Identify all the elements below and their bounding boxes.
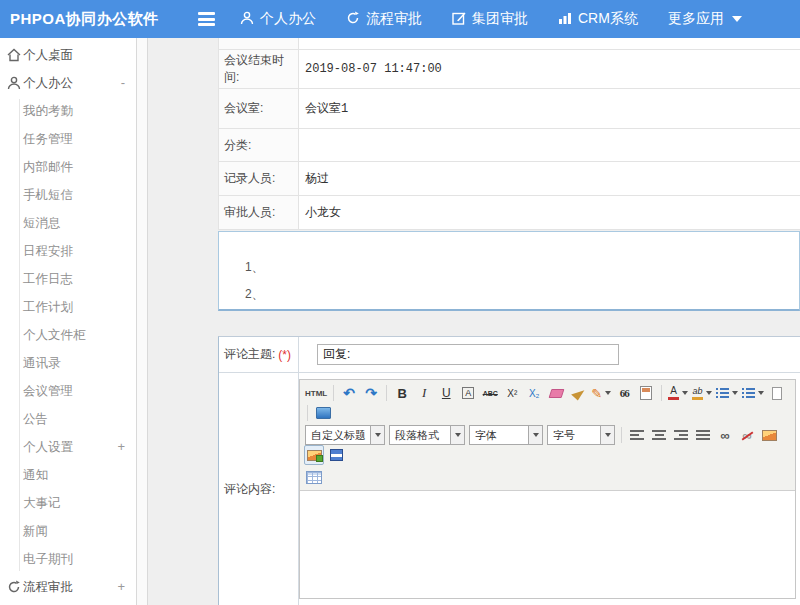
comment-subject-input[interactable] [317, 344, 619, 365]
remove-format-icon[interactable] [546, 383, 566, 403]
expand-icon[interactable]: + [117, 573, 125, 601]
nav-workflow-approval[interactable]: 流程审批 [346, 10, 422, 28]
redo-icon[interactable] [361, 383, 381, 403]
sidebar-item-meeting-management[interactable]: 会议管理 [0, 377, 136, 405]
sidebar-item-label: 个人桌面 [23, 47, 73, 64]
sidebar-item-label: 我的考勤 [23, 103, 73, 120]
sidebar-item-personal-office[interactable]: 个人办公 - [0, 69, 136, 97]
dropdown-arrow-icon [600, 426, 614, 444]
sidebar-item-personal-settings[interactable]: 个人设置 + [0, 433, 136, 461]
sidebar-item-schedule[interactable]: 日程安排 [0, 237, 136, 265]
align-justify-icon[interactable] [693, 425, 713, 445]
sidebar-item-task-management[interactable]: 任务管理 [0, 125, 136, 153]
sidebar-item-label: 个人办公 [23, 75, 73, 92]
sidebar-item-my-attendance[interactable]: 我的考勤 [0, 97, 136, 125]
strikethrough-icon[interactable] [480, 383, 500, 403]
sidebar-scrollbar[interactable] [136, 38, 148, 605]
bold-icon[interactable] [392, 383, 412, 403]
field-label: 分类: [219, 129, 299, 161]
media-icon[interactable] [326, 445, 346, 465]
table-icon[interactable] [304, 467, 324, 487]
format-brush-dropdown[interactable] [590, 383, 612, 403]
font-background-icon[interactable] [458, 383, 478, 403]
underline-icon[interactable] [436, 383, 456, 403]
table-row-meeting-room: 会议室: 会议室1 [219, 89, 800, 129]
hamburger-menu-icon[interactable] [198, 12, 215, 26]
field-value: 2019-08-07 11:47:00 [299, 50, 800, 88]
sidebar-item-personal-files[interactable]: 个人文件柜 [0, 321, 136, 349]
font-family-select[interactable]: 字体 [469, 425, 543, 445]
sidebar-item-work-log[interactable]: 工作日志 [0, 265, 136, 293]
comment-content-label: 评论内容: [224, 481, 275, 498]
sidebar-item-notification[interactable]: 通知 [0, 461, 136, 489]
nav-more-apps[interactable]: 更多应用 [668, 10, 742, 28]
sidebar-item-label: 电子期刊 [23, 551, 73, 568]
undo-icon[interactable] [339, 383, 359, 403]
quick-format-icon[interactable] [568, 383, 588, 403]
dropdown-arrow-icon [682, 391, 688, 395]
subscript-icon[interactable] [524, 383, 544, 403]
align-center-icon[interactable] [649, 425, 669, 445]
sidebar-item-workflow-approval[interactable]: 流程审批 + [0, 573, 136, 601]
toolbar-row-1: HTML [303, 382, 792, 424]
sidebar-item-label: 任务管理 [23, 131, 73, 148]
field-label: 记录人员: [219, 162, 299, 195]
sidebar-item-label: 个人设置 [23, 439, 73, 456]
sidebar-item-news[interactable]: 新闻 [0, 517, 136, 545]
superscript-icon[interactable] [502, 383, 522, 403]
expand-icon[interactable]: + [117, 433, 125, 461]
heading-select[interactable]: 自定义标题 [305, 425, 385, 445]
dropdown-arrow-icon [706, 391, 712, 395]
align-left-icon[interactable] [627, 425, 647, 445]
field-label: 审批人员: [219, 196, 299, 229]
field-label: 会议室: [219, 89, 299, 128]
sidebar-item-label: 新闻 [23, 523, 48, 540]
sidebar-item-sms[interactable]: 手机短信 [0, 181, 136, 209]
sidebar: 个人桌面 个人办公 - 我的考勤 任务管理 内部邮件 手机短信 短消息 日程安排… [0, 38, 136, 605]
sidebar-item-label: 短消息 [23, 215, 61, 232]
highlight-dropdown[interactable] [691, 383, 713, 403]
sidebar-item-e-journal[interactable]: 电子期刊 [0, 545, 136, 573]
comment-form: 评论主题: (*) 评论内容: HTML [218, 336, 800, 605]
nav-group-approval[interactable]: 集团审批 [452, 10, 528, 28]
ordered-list-dropdown[interactable] [715, 383, 739, 403]
dropdown-arrow-icon [370, 426, 384, 444]
sidebar-item-announcement[interactable]: 公告 [0, 405, 136, 433]
sidebar-item-contacts[interactable]: 通讯录 [0, 349, 136, 377]
sidebar-item-personal-desktop[interactable]: 个人桌面 [0, 41, 136, 69]
nav-label: 更多应用 [668, 10, 724, 28]
link-icon[interactable] [715, 425, 735, 445]
sidebar-item-major-events[interactable]: 大事记 [0, 489, 136, 517]
unordered-list-dropdown[interactable] [741, 383, 765, 403]
sidebar-item-label: 日程安排 [23, 243, 73, 260]
cycle-icon [7, 580, 21, 594]
nav-crm-system[interactable]: CRM系统 [558, 10, 638, 28]
italic-icon[interactable] [414, 383, 434, 403]
edit-icon [452, 11, 466, 28]
html-source-button[interactable]: HTML [304, 383, 328, 403]
blockquote-icon[interactable] [614, 383, 634, 403]
select-value: 段落格式 [390, 428, 450, 443]
sidebar-item-work-plan[interactable]: 工作计划 [0, 293, 136, 321]
new-document-icon[interactable] [767, 383, 787, 403]
sidebar-item-short-message[interactable]: 短消息 [0, 209, 136, 237]
paste-icon[interactable] [636, 383, 656, 403]
field-label: 会议结束时间: [219, 50, 299, 88]
sidebar-item-label: 工作日志 [23, 271, 73, 288]
table-row-category: 分类: [219, 129, 800, 162]
font-color-dropdown[interactable] [667, 383, 689, 403]
font-size-select[interactable]: 字号 [547, 425, 615, 445]
nav-personal-office[interactable]: 个人办公 [240, 10, 316, 28]
editor-content-area[interactable] [300, 491, 795, 598]
unlink-icon[interactable] [737, 425, 757, 445]
sidebar-item-internal-mail[interactable]: 内部邮件 [0, 153, 136, 181]
align-right-icon[interactable] [671, 425, 691, 445]
collapse-icon[interactable]: - [121, 69, 125, 97]
table-row-partial [219, 38, 800, 50]
image-upload-icon[interactable] [304, 445, 324, 465]
fullscreen-icon[interactable] [313, 403, 333, 423]
sidebar-item-label: 通知 [23, 467, 48, 484]
image-icon[interactable] [759, 425, 779, 445]
sidebar-item-label: 通讯录 [23, 355, 61, 372]
paragraph-format-select[interactable]: 段落格式 [389, 425, 465, 445]
